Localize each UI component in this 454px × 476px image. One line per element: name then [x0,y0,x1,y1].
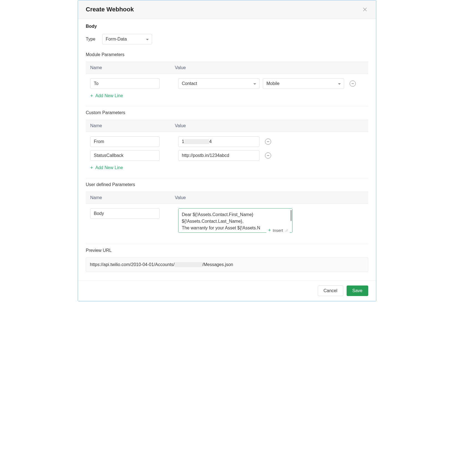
user-params-header: Name Value [86,192,368,204]
remove-row-button[interactable] [265,139,271,145]
divider [86,178,368,178]
type-label: Type [86,37,95,42]
add-line-label: Add New Line [95,93,123,98]
column-header-value: Value [175,195,364,200]
type-row: Type Form-Data [86,34,368,44]
preview-url-section: Preview URL https://api.twilio.com/2010-… [86,248,368,277]
plus-icon: + [268,228,271,233]
divider [86,244,368,244]
remove-row-button[interactable] [350,81,356,87]
custom-param-row: 1 4 [90,136,364,147]
insert-label: Insert [273,228,283,233]
modal-title: Create Webhook [86,6,134,13]
module-parameters-title: Module Parameters [86,52,368,57]
plus-icon: + [90,93,93,98]
param-value-select-1[interactable]: Contact [178,78,259,89]
param-name-input[interactable] [90,136,160,147]
scrollbar-thumb[interactable] [290,210,292,221]
preview-url-box: https://api.twilio.com/2010-04-01/Accoun… [86,257,368,272]
module-params-body: Contact Mobile + Add New Line [86,74,368,103]
custom-params-body: 1 4 [86,132,368,175]
param-value-input[interactable]: 1 4 [178,136,259,147]
modal-header: Create Webhook [78,0,376,19]
custom-parameters-title: Custom Parameters [86,110,368,115]
modal-footer: Cancel Save [78,280,376,301]
param-value-input[interactable] [178,150,259,161]
module-param-row: Contact Mobile [90,78,364,89]
param-value-select-2-button[interactable]: Mobile [263,78,344,89]
body-section: Body Type Form-Data [86,24,368,44]
close-icon [363,7,367,12]
param-value-select-2[interactable]: Mobile [263,78,344,89]
preview-url-suffix: /Messages.json [202,262,233,267]
column-header-name: Name [90,195,175,200]
custom-params-header: Name Value [86,120,368,132]
param-name-input[interactable] [90,78,160,89]
cancel-button[interactable]: Cancel [318,285,343,296]
module-parameters-section: Module Parameters Name Value Contact Mob… [86,52,368,106]
user-params-body: + Insert [86,204,368,240]
create-webhook-modal: Create Webhook Body Type Form-Data Modul… [78,0,376,301]
redacted-value [184,139,209,144]
add-line-label: Add New Line [95,165,123,170]
column-header-name: Name [90,123,175,128]
column-header-value: Value [175,65,364,70]
remove-row-button[interactable] [265,152,271,159]
add-module-param-button[interactable]: + Add New Line [90,92,123,99]
value-suffix: 4 [209,139,212,144]
value-prefix: 1 [182,139,184,144]
type-select[interactable]: Form-Data [102,34,152,44]
preview-url-prefix: https://api.twilio.com/2010-04-01/Accoun… [90,262,175,267]
user-param-row: + Insert [90,208,364,234]
body-textarea-wrap: + Insert [178,208,292,234]
param-name-input[interactable] [90,150,160,161]
body-section-title: Body [86,24,368,29]
user-defined-parameters-title: User defined Parameters [86,182,368,187]
save-button[interactable]: Save [347,285,368,296]
column-header-name: Name [90,65,175,70]
user-defined-parameters-section: User defined Parameters Name Value + Ins… [86,182,368,244]
custom-parameters-section: Custom Parameters Name Value 1 4 [86,110,368,178]
svg-line-5 [285,229,288,232]
param-value-select-1-button[interactable]: Contact [178,78,259,89]
close-button[interactable] [362,6,368,13]
minus-icon [267,154,269,157]
plus-icon: + [90,165,93,170]
divider [86,106,368,106]
param-name-input[interactable] [90,208,160,219]
minus-icon [351,82,354,85]
redacted-segment [175,262,202,267]
column-header-value: Value [175,123,364,128]
module-params-header: Name Value [86,62,368,74]
custom-param-row [90,150,364,161]
resize-handle-icon[interactable] [285,229,288,232]
add-custom-param-button[interactable]: + Add New Line [90,164,123,171]
insert-chip[interactable]: + Insert [266,227,290,233]
modal-body: Body Type Form-Data Module Parameters Na… [78,19,376,280]
preview-url-title: Preview URL [86,248,368,253]
scrollbar[interactable] [290,209,292,233]
type-select-button[interactable]: Form-Data [102,34,152,44]
minus-icon [267,140,269,143]
